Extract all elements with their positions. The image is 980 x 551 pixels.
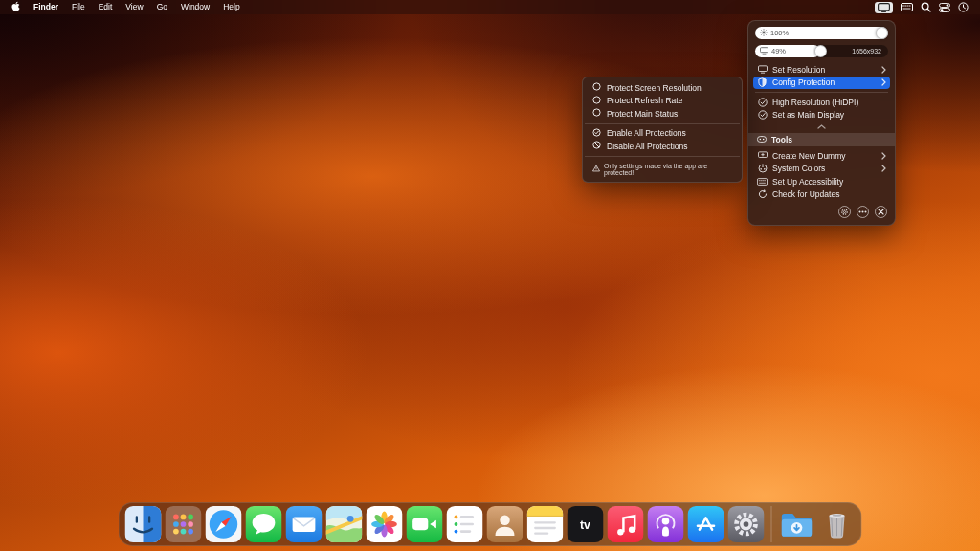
- dock-notes-icon[interactable]: [527, 506, 564, 542]
- radio-circle-icon: [592, 82, 601, 93]
- menu-item-set-up-accessibility[interactable]: Set Up Accessibility: [753, 175, 890, 188]
- clock-icon[interactable]: [958, 2, 969, 13]
- close-button[interactable]: [875, 206, 887, 218]
- warning-text: Only settings made via the app are prote…: [604, 163, 732, 176]
- collapse-section-button[interactable]: [753, 121, 890, 130]
- separator: [755, 92, 888, 93]
- chevron-right-icon: [881, 78, 886, 86]
- resolution-percent-value: 49%: [771, 47, 786, 55]
- display-small-icon: [760, 47, 768, 56]
- more-options-button[interactable]: [857, 206, 869, 218]
- dock-downloads-icon[interactable]: [779, 506, 815, 542]
- brightness-slider[interactable]: 100%: [755, 27, 888, 39]
- menu-item-create-new-dummy[interactable]: Create New Dummy: [753, 149, 890, 163]
- dock-music-icon[interactable]: [608, 506, 644, 542]
- menu-item-high-resolution[interactable]: High Resolution (HiDPI): [753, 96, 890, 109]
- warning-triangle-icon: [592, 165, 600, 173]
- protection-warning-note: Only settings made via the app are prote…: [583, 160, 742, 178]
- submenu-item-label: Enable All Protections: [607, 128, 686, 138]
- dock-facetime-icon[interactable]: [407, 506, 443, 542]
- chevron-right-icon: [881, 66, 886, 74]
- menu-item-label: Set Resolution: [772, 65, 877, 75]
- dock-app-store-icon[interactable]: [688, 506, 724, 542]
- submenu-item-protect-main-status[interactable]: Protect Main Status: [583, 107, 742, 121]
- set-resolution-icon: [757, 65, 768, 74]
- refresh-icon: [757, 189, 768, 199]
- dock-launchpad-icon[interactable]: [166, 506, 202, 542]
- menubar-app-name[interactable]: Finder: [27, 0, 65, 14]
- radio-circle-icon: [592, 108, 601, 119]
- new-display-icon: [757, 151, 768, 160]
- resolution-slider-fill: 49%: [755, 45, 820, 57]
- dock-tv-icon[interactable]: tv: [568, 506, 604, 542]
- menu-item-set-resolution[interactable]: Set Resolution: [753, 63, 890, 77]
- menu-item-label: Create New Dummy: [772, 151, 877, 161]
- check-circle-icon: [757, 110, 768, 120]
- config-protection-submenu: Protect Screen Resolution Protect Refres…: [582, 77, 743, 183]
- svg-text:tv: tv: [580, 518, 590, 532]
- dock-system-settings-icon[interactable]: [728, 506, 765, 542]
- palette-icon: [757, 164, 768, 173]
- menu-item-label: Set Up Accessibility: [772, 177, 886, 187]
- menu-item-set-main-display[interactable]: Set as Main Display: [753, 109, 890, 122]
- dock-podcasts-icon[interactable]: [648, 506, 684, 542]
- submenu-item-protect-screen-resolution[interactable]: Protect Screen Resolution: [583, 81, 742, 95]
- radio-circle-icon: [592, 96, 601, 106]
- resolution-slider-knob[interactable]: [814, 45, 827, 57]
- brightness-value: 100%: [770, 29, 789, 37]
- dock-contacts-icon[interactable]: [487, 506, 523, 542]
- shield-icon: [757, 77, 768, 87]
- brightness-slider-knob[interactable]: [876, 27, 888, 39]
- resolution-slider[interactable]: 1656x932 49%: [755, 45, 888, 57]
- menu-bar: Finder File Edit View Go Window Help: [0, 0, 980, 14]
- submenu-item-label: Protect Screen Resolution: [607, 83, 702, 93]
- slash-circle-icon: [592, 141, 601, 151]
- menubar-item-help[interactable]: Help: [216, 0, 246, 14]
- submenu-item-enable-all-protections[interactable]: Enable All Protections: [583, 127, 742, 141]
- settings-gear-button[interactable]: [838, 206, 851, 218]
- keyboard-icon[interactable]: [901, 2, 913, 13]
- menu-item-label: High Resolution (HiDPI): [772, 98, 886, 107]
- desktop: Finder File Edit View Go Window Help: [0, 0, 980, 551]
- check-circle-icon: [757, 98, 768, 107]
- menubar-item-file[interactable]: File: [65, 0, 92, 14]
- menu-bar-status-area: [875, 2, 969, 13]
- search-icon[interactable]: [921, 2, 931, 13]
- display-status-icon[interactable]: [875, 2, 893, 13]
- dock-photos-icon[interactable]: [367, 506, 403, 542]
- dock-messages-icon[interactable]: [246, 506, 282, 542]
- dock-mail-icon[interactable]: [286, 506, 323, 542]
- submenu-item-protect-refresh-rate[interactable]: Protect Refresh Rate: [583, 95, 742, 108]
- separator: [585, 123, 740, 124]
- apple-menu[interactable]: [10, 1, 27, 13]
- menubar-item-view[interactable]: View: [119, 0, 149, 14]
- brightness-icon: [760, 29, 768, 38]
- menubar-item-window[interactable]: Window: [174, 0, 216, 14]
- apple-logo-icon: [11, 1, 20, 13]
- brightness-slider-fill: 100%: [755, 27, 888, 39]
- chevron-right-icon: [881, 165, 886, 172]
- separator: [585, 156, 740, 157]
- menubar-item-edit[interactable]: Edit: [92, 0, 120, 14]
- control-center-icon[interactable]: [939, 2, 950, 13]
- menu-item-label: Set as Main Display: [772, 110, 886, 120]
- check-circle-icon: [592, 128, 601, 139]
- dock-maps-icon[interactable]: [326, 506, 363, 542]
- dock-trash-icon[interactable]: [819, 506, 856, 542]
- resolution-value-label: 1656x932: [852, 45, 881, 57]
- menubar-item-go[interactable]: Go: [150, 0, 174, 14]
- menu-item-check-for-updates[interactable]: Check for Updates: [753, 188, 890, 202]
- submenu-item-disable-all-protections[interactable]: Disable All Protections: [583, 140, 742, 153]
- tools-header-label: Tools: [771, 135, 792, 144]
- dock-reminders-icon[interactable]: [447, 506, 483, 542]
- dock-divider: [771, 506, 772, 542]
- menu-item-config-protection[interactable]: Config Protection: [753, 77, 890, 90]
- submenu-item-label: Protect Refresh Rate: [607, 96, 682, 105]
- submenu-item-label: Protect Main Status: [607, 109, 678, 119]
- menu-item-label: Config Protection: [772, 77, 877, 87]
- menu-item-system-colors[interactable]: System Colors: [753, 163, 890, 176]
- tools-icon: [757, 135, 767, 144]
- display-menu-panel: 100% 1656x932 49% Set Resolution: [747, 20, 896, 226]
- dock-finder-icon[interactable]: [125, 506, 162, 542]
- dock-safari-icon[interactable]: [206, 506, 242, 542]
